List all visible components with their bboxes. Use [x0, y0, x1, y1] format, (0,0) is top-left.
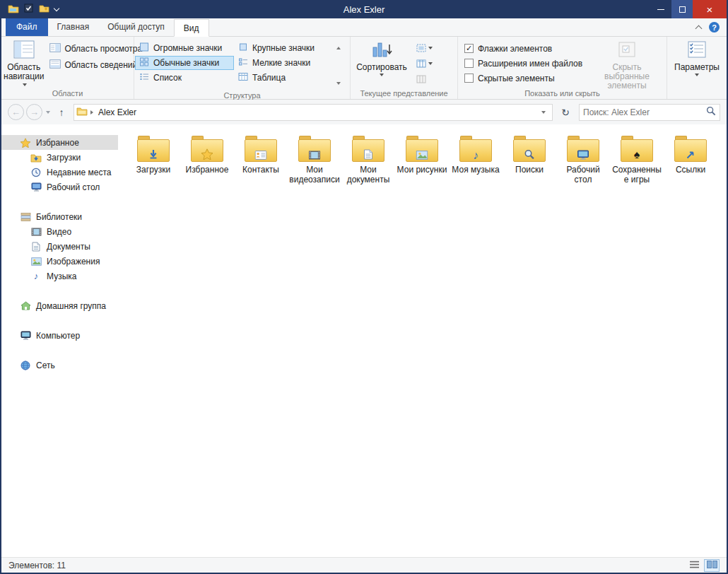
checkbox-label: Флажки элементов — [478, 44, 552, 54]
view-option-small-icons[interactable]: Мелкие значки — [234, 56, 333, 70]
maximize-button[interactable] — [671, 0, 693, 18]
view-option-large-icons[interactable]: Крупные значки — [234, 41, 333, 55]
refresh-button[interactable]: ↻ — [557, 104, 574, 121]
checkbox-item-checkboxes[interactable]: ✓ Флажки элементов — [464, 42, 587, 54]
size-columns-icon — [416, 75, 426, 86]
folder-item-contacts[interactable]: Контакты — [234, 136, 288, 175]
checkbox-hidden-items[interactable]: Скрытые элементы — [464, 72, 587, 84]
view-option-label: Огромные значки — [153, 43, 222, 53]
music-note-icon: ♪ — [473, 151, 479, 160]
minimize-button[interactable] — [650, 0, 671, 18]
folder-item-favorites[interactable]: Избранное — [180, 136, 234, 175]
preview-pane-button[interactable]: Область просмотра — [45, 41, 146, 57]
folder-icon — [352, 136, 384, 162]
file-list-area[interactable]: Загрузки Избранное Контакты — [118, 124, 727, 557]
search-icon[interactable] — [706, 106, 716, 118]
folder-icon — [137, 136, 170, 162]
view-options-scroll-up-icon[interactable] — [336, 45, 341, 49]
view-options-scroll-down-icon[interactable] — [336, 82, 341, 87]
details-pane-button[interactable]: Область сведений — [45, 57, 146, 73]
view-option-table[interactable]: Таблица — [234, 71, 333, 85]
folder-label: Загрузки — [128, 165, 179, 175]
address-bar[interactable]: Alex Exler — [74, 104, 553, 121]
preview-pane-icon — [49, 43, 61, 54]
sidebar-item-libraries[interactable]: Библиотеки — [1, 209, 118, 224]
folder-item-downloads[interactable]: Загрузки — [127, 136, 180, 175]
search-input[interactable] — [583, 107, 706, 117]
search-box[interactable] — [579, 104, 720, 121]
tab-home[interactable]: Главная — [48, 18, 99, 36]
videos-library-icon — [30, 228, 42, 236]
ribbon-group-show-hide: ✓ Флажки элементов Расширения имен файло… — [458, 37, 667, 99]
folder-options-button[interactable]: Параметры — [669, 37, 725, 88]
folder-item-links[interactable]: Ссылки — [664, 136, 717, 175]
ribbon-group-options: Параметры — [667, 37, 727, 99]
sidebar-item-downloads[interactable]: Загрузки — [1, 150, 118, 165]
details-view-toggle-button[interactable] — [686, 559, 702, 572]
checkbox-file-extensions[interactable]: Расширения имен файлов — [464, 57, 587, 69]
group-label-show-hide: Показать или скрыть — [459, 88, 666, 100]
hide-selected-items-button[interactable]: Скрыть выбранные элементы — [590, 37, 664, 88]
folder-item-searches[interactable]: Поиски — [503, 136, 556, 175]
sidebar-item-network[interactable]: Сеть — [1, 358, 118, 373]
sidebar-item-recent-places[interactable]: Недавние места — [1, 165, 118, 180]
up-one-level-button[interactable]: ↑ — [54, 105, 69, 120]
sidebar-item-favorites[interactable]: Избранное — [1, 135, 118, 150]
details-pane-icon — [49, 59, 61, 71]
details-view-icon — [688, 560, 700, 571]
folder-icon — [191, 136, 223, 162]
ribbon-group-current-view: Сортировать Текуще — [351, 37, 458, 99]
sidebar-item-music[interactable]: ♪ Музыка — [1, 269, 118, 283]
breadcrumb-location[interactable]: Alex Exler — [98, 107, 136, 117]
sidebar-item-label: Сеть — [36, 361, 55, 370]
sidebar-item-homegroup[interactable]: Домашняя группа — [1, 298, 118, 313]
large-icons-icon — [238, 42, 248, 54]
tab-view[interactable]: Вид — [174, 19, 209, 37]
sidebar-item-desktop[interactable]: Рабочий стол — [1, 180, 118, 194]
size-columns-button[interactable] — [413, 73, 435, 87]
folder-item-my-videos[interactable]: Мои видеозаписи — [288, 136, 341, 184]
quick-access-chevron-down-icon[interactable] — [54, 5, 59, 11]
folder-item-my-documents[interactable]: Мои документы — [341, 136, 395, 184]
tab-file[interactable]: Файл — [6, 18, 48, 36]
folder-icon — [567, 136, 599, 162]
sidebar-item-computer[interactable]: Компьютер — [1, 328, 118, 343]
forward-button[interactable]: → — [26, 104, 42, 120]
view-option-medium-icons[interactable]: Обычные значки — [135, 56, 234, 70]
view-option-huge-icons[interactable]: Огромные значки — [135, 41, 234, 55]
close-button[interactable]: × — [693, 0, 727, 18]
address-dropdown-icon[interactable] — [541, 111, 546, 116]
folder-options-icon — [686, 40, 708, 61]
recent-locations-dropdown-icon[interactable] — [46, 111, 50, 116]
up-arrow-icon: ↑ — [59, 107, 64, 118]
network-globe-icon — [20, 361, 31, 370]
navigation-pane-button[interactable]: Область навигации — [2, 37, 45, 88]
sidebar-item-label: Видео — [47, 227, 71, 237]
folder-options-dropdown-icon — [695, 74, 699, 78]
close-icon: × — [707, 4, 713, 16]
sidebar-item-pictures[interactable]: Изображения — [1, 254, 118, 269]
minimize-ribbon-chevron-icon[interactable] — [695, 25, 703, 32]
folder-item-my-pictures[interactable]: Мои рисунки — [395, 136, 449, 175]
sidebar-item-documents[interactable]: Документы — [1, 239, 118, 254]
add-columns-button[interactable] — [413, 57, 435, 71]
navigation-pane-icon — [13, 40, 35, 61]
pictures-library-icon — [30, 257, 42, 266]
group-by-button[interactable] — [413, 42, 435, 56]
download-arrow-icon — [148, 149, 158, 160]
properties-icon[interactable] — [24, 4, 34, 15]
new-folder-icon[interactable] — [39, 4, 49, 15]
tab-share[interactable]: Общий доступ — [98, 18, 174, 36]
folder-item-saved-games[interactable]: ♠ Сохраненные игры — [610, 136, 664, 184]
back-button[interactable]: ← — [8, 104, 24, 120]
folder-item-my-music[interactable]: ♪ Моя музыка — [449, 136, 503, 175]
sidebar-item-label: Недавние места — [47, 168, 111, 177]
view-option-list[interactable]: Список — [135, 71, 234, 85]
folder-item-desktop[interactable]: Рабочий стол — [556, 136, 610, 184]
help-icon[interactable]: ? — [709, 22, 720, 33]
sidebar-item-videos[interactable]: Видео — [1, 224, 118, 239]
computer-icon — [20, 331, 31, 340]
icons-view-toggle-button[interactable] — [704, 559, 720, 572]
breadcrumb-separator-icon[interactable] — [90, 110, 95, 115]
sort-by-button[interactable]: Сортировать — [351, 37, 412, 88]
